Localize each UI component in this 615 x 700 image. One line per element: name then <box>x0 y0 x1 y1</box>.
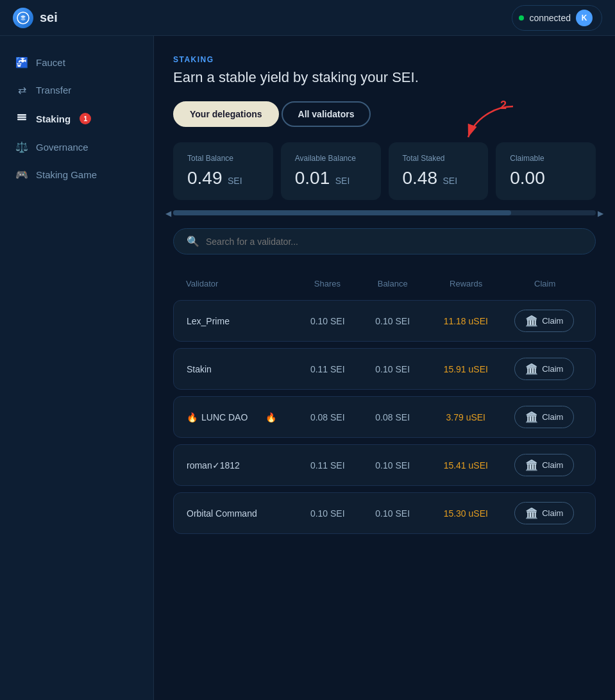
svg-rect-3 <box>17 119 26 121</box>
search-box: 🔍 <box>173 228 596 254</box>
claim-icon: 🏛️ <box>525 363 538 375</box>
validator-shares: 0.11 SEI <box>295 364 360 374</box>
validator-claim: 🏛️ Claim <box>507 310 582 332</box>
stat-value: 0.00 <box>510 168 582 188</box>
staking-icon <box>15 112 28 126</box>
connected-dot <box>519 15 524 21</box>
sidebar-item-faucet[interactable]: 🚰 Faucet <box>0 49 153 76</box>
validator-shares: 0.11 SEI <box>295 460 360 471</box>
validator-name: Stakin <box>187 364 295 374</box>
claim-button[interactable]: 🏛️ Claim <box>514 358 574 380</box>
claim-button[interactable]: 🏛️ Claim <box>514 454 574 476</box>
validator-balance: 0.10 SEI <box>360 364 425 374</box>
stat-label: Total Staked <box>403 154 475 163</box>
table-row: Stakin 0.11 SEI 0.10 SEI 15.91 uSEI 🏛️ C… <box>173 348 596 390</box>
sidebar: 🚰 Faucet ⇄ Transfer Staking 1 ⚖️ Governa… <box>0 36 154 700</box>
table-header: Validator Shares Balance Rewards Claim <box>173 272 596 295</box>
validator-rewards: 15.41 uSEI <box>425 460 507 471</box>
svg-rect-2 <box>17 117 26 119</box>
connected-badge[interactable]: connected K <box>512 5 602 31</box>
claim-button[interactable]: 🏛️ Claim <box>514 310 574 332</box>
validator-name: Orbital Command <box>187 508 295 519</box>
stat-value: 0.01 SEI <box>295 168 367 188</box>
layout: 🚰 Faucet ⇄ Transfer Staking 1 ⚖️ Governa… <box>0 36 615 700</box>
validator-shares: 0.08 SEI <box>295 412 360 422</box>
validator-shares: 0.10 SEI <box>295 508 360 519</box>
search-input[interactable] <box>206 237 582 247</box>
main-content: 1 2 STAKING Earn a stable yield by staki… <box>154 36 615 700</box>
scroll-right-icon: ▶ <box>598 209 603 218</box>
sidebar-item-staking[interactable]: Staking 1 <box>0 104 153 133</box>
stats-row: Total Balance 0.49 SEI Available Balance… <box>173 142 596 200</box>
validator-name: 🔥 LUNC DAO 🔥 <box>187 412 295 422</box>
table-row: 🔥 LUNC DAO 🔥 0.08 SEI 0.08 SEI 3.79 uSEI… <box>173 396 596 438</box>
validator-balance: 0.10 SEI <box>360 460 425 471</box>
sidebar-item-governance[interactable]: ⚖️ Governance <box>0 133 153 161</box>
validator-rewards: 3.79 uSEI <box>425 412 507 422</box>
stat-total-balance: Total Balance 0.49 SEI <box>173 142 273 200</box>
stat-claimable: Claimable 0.00 <box>496 142 596 200</box>
validator-rewards: 15.91 uSEI <box>425 364 507 374</box>
logo-icon <box>13 8 33 28</box>
section-label: STAKING <box>173 55 596 64</box>
scroll-left-icon: ◀ <box>165 209 171 218</box>
page-title: Earn a stable yield by staking your SEI. <box>173 69 596 86</box>
faucet-icon: 🚰 <box>15 56 28 69</box>
staking-badge: 1 <box>80 113 91 124</box>
search-icon: 🔍 <box>187 235 199 247</box>
validator-claim: 🏛️ Claim <box>507 358 582 380</box>
col-header-claim: Claim <box>507 279 583 288</box>
sidebar-item-transfer[interactable]: ⇄ Transfer <box>0 76 153 104</box>
table-row: Lex_Prime 0.10 SEI 0.10 SEI 11.18 uSEI 🏛… <box>173 300 596 342</box>
sidebar-item-label: Faucet <box>36 57 65 68</box>
sidebar-item-label: Transfer <box>36 85 71 96</box>
claim-button[interactable]: 🏛️ Claim <box>514 502 574 524</box>
sidebar-item-label: Staking <box>36 113 71 124</box>
governance-icon: ⚖️ <box>15 141 28 153</box>
validator-claim: 🏛️ Claim <box>507 406 582 428</box>
claim-icon: 🏛️ <box>525 411 538 423</box>
logo[interactable]: sei <box>13 8 58 28</box>
stat-label: Claimable <box>510 154 582 163</box>
col-header-rewards: Rewards <box>425 279 507 288</box>
validator-name: Lex_Prime <box>187 316 295 326</box>
sidebar-item-staking-game[interactable]: 🎮 Staking Game <box>0 161 153 188</box>
stat-value: 0.49 SEI <box>187 168 259 188</box>
validator-shares: 0.10 SEI <box>295 316 360 326</box>
svg-rect-1 <box>17 114 26 116</box>
col-header-balance: Balance <box>360 279 425 288</box>
stat-total-staked: Total Staked 0.48 SEI <box>389 142 489 200</box>
validator-balance: 0.08 SEI <box>360 412 425 422</box>
stat-label: Available Balance <box>295 154 367 163</box>
validator-rewards: 11.18 uSEI <box>425 316 507 326</box>
validator-name: roman✓1812 <box>187 460 295 471</box>
validator-balance: 0.10 SEI <box>360 508 425 519</box>
table-row: Orbital Command 0.10 SEI 0.10 SEI 15.30 … <box>173 492 596 534</box>
claim-icon: 🏛️ <box>525 315 538 327</box>
claim-icon: 🏛️ <box>525 459 538 471</box>
table-row: roman✓1812 0.11 SEI 0.10 SEI 15.41 uSEI … <box>173 444 596 486</box>
claim-icon: 🏛️ <box>525 507 538 519</box>
validator-rewards: 15.30 uSEI <box>425 508 507 519</box>
staking-game-icon: 🎮 <box>15 169 28 181</box>
validator-claim: 🏛️ Claim <box>507 502 582 524</box>
connected-label: connected <box>529 13 571 23</box>
logo-text: sei <box>40 10 58 25</box>
tab-all-validators[interactable]: All validators <box>282 101 371 127</box>
validator-emoji-2: 🔥 <box>265 412 276 422</box>
col-header-validator: Validator <box>186 279 295 288</box>
stat-available-balance: Available Balance 0.01 SEI <box>281 142 381 200</box>
scrollbar-thumb <box>173 210 511 215</box>
claim-button[interactable]: 🏛️ Claim <box>514 406 574 428</box>
stat-value: 0.48 SEI <box>403 168 475 188</box>
sidebar-item-label: Staking Game <box>36 169 97 180</box>
tab-your-delegations[interactable]: Your delegations <box>173 101 279 127</box>
validator-emoji: 🔥 <box>187 412 198 422</box>
col-header-shares: Shares <box>295 279 360 288</box>
stats-scrollbar[interactable]: ◀ ▶ <box>173 210 596 215</box>
transfer-icon: ⇄ <box>15 84 28 96</box>
sidebar-item-label: Governance <box>36 142 88 153</box>
stat-label: Total Balance <box>187 154 259 163</box>
header: sei connected K <box>0 0 615 36</box>
validator-balance: 0.10 SEI <box>360 316 425 326</box>
